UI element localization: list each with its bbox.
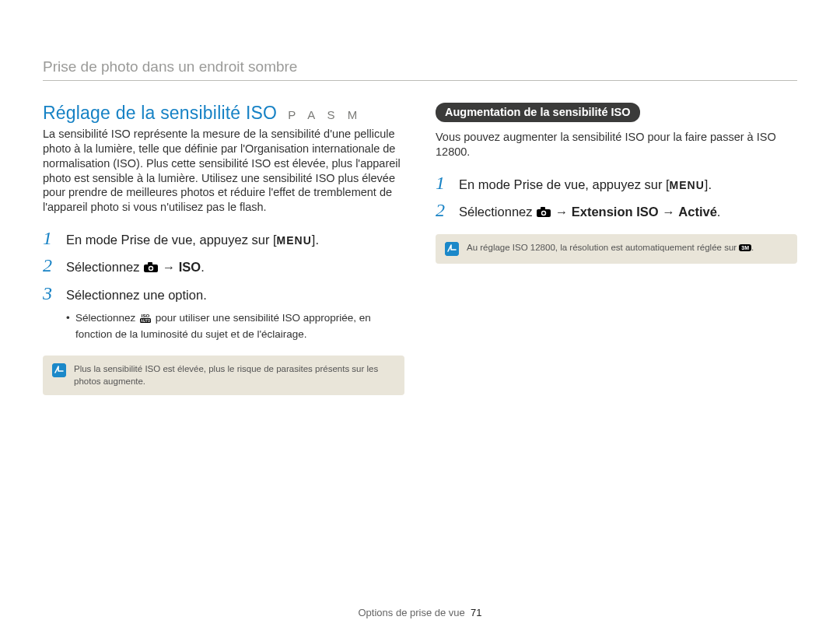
note-icon [445,242,459,256]
svg-point-11 [542,212,545,215]
svg-rect-1 [148,262,152,265]
step-text-pre: Sélectionnez [66,260,143,274]
arrow: → [659,205,679,219]
step-text-pre: En mode Prise de vue, appuyez sur [ [66,233,277,247]
iso-auto-icon: ISO AUTO [138,313,152,328]
note-icon [52,363,66,377]
topic-header: Prise de photo dans un endroit sombre [43,58,797,81]
step-text-post: ]. [312,233,319,247]
camera-icon [143,262,159,273]
step-number: 2 [436,201,450,219]
resolution-badge-icon: 3M [739,244,751,251]
step-number: 2 [43,256,57,275]
note-box: Plus la sensibilité ISO est élevée, plus… [43,356,404,395]
step-2: 2 Sélectionnez → ISO. [43,256,404,275]
step-text-pre: En mode Prise de vue, appuyez sur [ [459,177,670,191]
page-footer: Options de prise de vue 71 [0,607,840,618]
step-number: 1 [43,229,57,247]
step-text: En mode Prise de vue, appuyez sur [MENU]… [66,229,319,248]
note-text: Plus la sensibilité ISO est élevée, plus… [74,363,395,387]
note-text: Au réglage ISO 12800, la résolution est … [467,242,754,254]
step-1: 1 En mode Prise de vue, appuyez sur [MEN… [43,229,404,248]
substep: Sélectionnez ISO AUTO pour utiliser une … [66,311,404,342]
mode-indicators: P A S M [288,108,362,121]
step-2: 2 Sélectionnez → Extension ISO → Activé. [436,201,797,220]
step-text-post: ]. [705,177,712,191]
step-text-post: . [717,205,721,219]
substeps-list: Sélectionnez ISO AUTO pour utiliser une … [66,311,404,342]
right-column: Augmentation de la sensibilité ISO Vous … [436,103,797,395]
svg-rect-9 [541,207,545,210]
menu-icon: MENU [277,234,312,247]
step-3: 3 Sélectionnez une option. [43,284,404,303]
section-title: Réglage de la sensibilité ISO [43,103,277,124]
step-text-pre: Sélectionnez [459,205,536,219]
content-columns: Réglage de la sensibilité ISO P A S M La… [43,103,797,395]
menu-icon: MENU [670,179,705,191]
note-text-pre: Au réglage ISO 12800, la résolution est … [467,243,739,252]
step-bold: Activé [678,205,717,219]
step-text: En mode Prise de vue, appuyez sur [MENU]… [459,173,712,193]
intro-text: La sensibilité ISO représente la mesure … [43,127,404,215]
step-bold: Extension ISO [572,205,659,219]
steps-list: 1 En mode Prise de vue, appuyez sur [MEN… [43,229,404,303]
left-column: Réglage de la sensibilité ISO P A S M La… [43,103,404,395]
svg-rect-7 [52,363,66,377]
arrow: → [555,205,572,219]
intro-text: Vous pouvez augmenter la sensibilité ISO… [436,130,797,159]
page-number: 71 [471,607,481,618]
note-text-post: . [751,243,754,252]
svg-text:ISO: ISO [142,313,150,318]
svg-text:AUTO: AUTO [141,319,151,323]
step-text: Sélectionnez → Extension ISO → Activé. [459,201,720,220]
footer-label: Options de prise de vue [358,607,464,618]
step-text-post: . [201,260,205,274]
step-bold: ISO [179,260,201,274]
arrow: → [163,260,179,274]
step-number: 1 [436,173,450,192]
steps-list: 1 En mode Prise de vue, appuyez sur [MEN… [436,173,797,221]
camera-icon [536,207,551,218]
pill-heading: Augmentation de la sensibilité ISO [436,103,640,122]
note-box: Au réglage ISO 12800, la résolution est … [436,234,797,264]
step-text: Sélectionnez → ISO. [66,256,205,275]
step-text: Sélectionnez une option. [66,284,207,303]
svg-point-3 [149,268,152,271]
step-number: 3 [43,284,57,303]
manual-page: Prise de photo dans un endroit sombre Ré… [0,0,840,634]
step-1: 1 En mode Prise de vue, appuyez sur [MEN… [436,173,797,193]
substep-pre: Sélectionnez [75,312,138,324]
svg-rect-12 [445,242,459,256]
